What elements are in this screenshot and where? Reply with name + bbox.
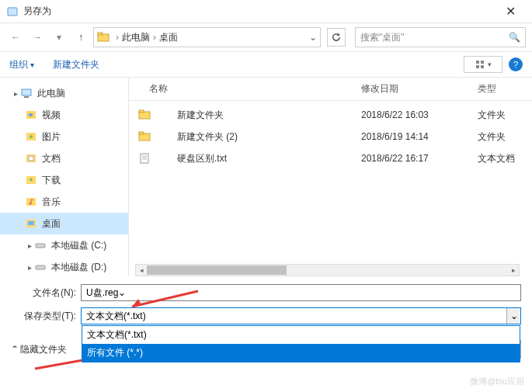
- file-list-header: 名称 修改日期 类型: [129, 78, 532, 101]
- view-options-button[interactable]: ▾: [464, 56, 502, 73]
- savetype-dropdown[interactable]: 文本文档(*.txt) ⌄ 文本文档(*.txt) 所有文件 (*.*): [81, 307, 521, 324]
- svg-rect-10: [29, 113, 33, 116]
- save-form: 文件名(N): U盘.reg ⌄ 保存类型(T): 文本文档(*.txt) ⌄ …: [0, 276, 532, 337]
- savetype-option-txt[interactable]: 文本文档(*.txt): [82, 326, 520, 344]
- column-type[interactable]: 类型: [470, 82, 532, 95]
- svg-rect-19: [28, 221, 34, 225]
- file-row[interactable]: 新建文件夹 (2) 2018/6/19 14:14 文件夹: [129, 126, 532, 147]
- folder-icon: [97, 31, 110, 43]
- scroll-right-arrow[interactable]: ▸: [508, 265, 519, 276]
- back-button[interactable]: ←: [6, 28, 25, 47]
- svg-rect-21: [36, 265, 45, 269]
- svg-rect-7: [22, 89, 31, 95]
- search-icon: 🔍: [509, 32, 520, 43]
- tree-desktop[interactable]: 桌面: [0, 213, 128, 234]
- breadcrumb-thispc[interactable]: 此电脑: [122, 31, 150, 44]
- svg-rect-20: [36, 244, 45, 248]
- toolbar: 组织 新建文件夹 ▾ ?: [0, 51, 532, 78]
- svg-rect-26: [141, 154, 148, 163]
- file-row[interactable]: 硬盘区别.txt 2018/6/22 16:17 文本文档: [129, 147, 532, 169]
- tree-videos[interactable]: 视频: [0, 104, 128, 126]
- navigation-tree: ▸此电脑 视频 图片 文档 下载 音乐 桌面 ▸本地磁盘 (C:) ▸本地磁盘 …: [0, 78, 128, 276]
- savetype-option-all[interactable]: 所有文件 (*.*): [82, 344, 520, 362]
- forward-button: →: [28, 28, 47, 47]
- title-bar: 另存为 ✕: [0, 0, 532, 23]
- close-icon[interactable]: ✕: [495, 4, 526, 19]
- svg-rect-23: [139, 110, 144, 113]
- column-name[interactable]: 名称: [129, 82, 353, 95]
- svg-rect-14: [29, 156, 33, 161]
- chevron-right-icon: ›: [116, 32, 119, 43]
- tree-downloads[interactable]: 下载: [0, 169, 128, 191]
- help-button[interactable]: ?: [509, 57, 523, 71]
- chevron-down-icon[interactable]: ⌄: [506, 308, 520, 324]
- file-row[interactable]: 新建文件夹 2018/6/22 16:03 文件夹: [129, 104, 532, 126]
- svg-rect-6: [481, 65, 484, 68]
- search-input[interactable]: 搜索"桌面" 🔍: [355, 27, 526, 47]
- organize-menu[interactable]: 组织: [9, 58, 34, 71]
- txt-file-icon: [138, 152, 151, 165]
- chevron-up-icon: ⌃: [11, 344, 19, 355]
- breadcrumb-desktop[interactable]: 桌面: [159, 31, 178, 44]
- folder-icon: [138, 109, 151, 121]
- nav-bar: ← → ▾ ↑ › 此电脑 › 桌面 ⌄ 搜索"桌面" 🔍: [0, 23, 532, 51]
- column-date[interactable]: 修改日期: [353, 82, 470, 95]
- window-title: 另存为: [23, 5, 495, 18]
- scroll-left-arrow[interactable]: ◂: [136, 265, 147, 276]
- svg-rect-2: [98, 33, 103, 35]
- breadcrumb[interactable]: › 此电脑 › 桌面 ⌄: [93, 27, 321, 47]
- svg-rect-4: [481, 61, 484, 64]
- file-list: 新建文件夹 2018/6/22 16:03 文件夹 新建文件夹 (2) 2018…: [129, 101, 532, 276]
- tree-documents[interactable]: 文档: [0, 147, 128, 169]
- filename-input[interactable]: U盘.reg ⌄: [81, 284, 521, 301]
- svg-rect-3: [476, 61, 479, 64]
- filename-label: 文件名(N):: [11, 286, 81, 300]
- hide-folders-toggle[interactable]: ⌃ 隐藏文件夹: [11, 343, 67, 356]
- svg-point-12: [30, 135, 33, 138]
- tree-disk-d[interactable]: ▸本地磁盘 (D:): [0, 256, 128, 276]
- savetype-label: 保存类型(T):: [11, 310, 81, 323]
- tree-pictures[interactable]: 图片: [0, 126, 128, 147]
- scroll-thumb[interactable]: [147, 265, 287, 275]
- file-list-area: 名称 修改日期 类型 新建文件夹 2018/6/22 16:03 文件夹 新建文…: [128, 78, 532, 276]
- app-icon: [6, 5, 19, 18]
- chevron-right-icon: ›: [153, 32, 156, 43]
- horizontal-scrollbar[interactable]: ◂ ▸: [135, 264, 520, 276]
- recent-dropdown[interactable]: ▾: [50, 28, 68, 47]
- svg-rect-0: [8, 8, 17, 16]
- watermark: 微博@biu应用: [470, 376, 524, 387]
- folder-icon: [138, 130, 151, 143]
- search-placeholder: 搜索"桌面": [360, 31, 405, 44]
- chevron-down-icon[interactable]: ⌄: [309, 32, 317, 43]
- svg-rect-5: [476, 65, 479, 68]
- new-folder-button[interactable]: 新建文件夹: [53, 58, 99, 71]
- refresh-button[interactable]: [327, 28, 346, 47]
- tree-this-pc[interactable]: ▸此电脑: [0, 82, 128, 104]
- savetype-dropdown-list: 文本文档(*.txt) 所有文件 (*.*): [82, 325, 520, 363]
- tree-disk-c[interactable]: ▸本地磁盘 (C:): [0, 234, 128, 256]
- dialog-body: ▸此电脑 视频 图片 文档 下载 音乐 桌面 ▸本地磁盘 (C:) ▸本地磁盘 …: [0, 78, 532, 276]
- svg-rect-25: [139, 132, 144, 134]
- filename-history-dropdown[interactable]: ⌄: [118, 287, 126, 298]
- tree-music[interactable]: 音乐: [0, 191, 128, 213]
- svg-rect-8: [24, 96, 29, 98]
- up-button[interactable]: ↑: [71, 28, 90, 47]
